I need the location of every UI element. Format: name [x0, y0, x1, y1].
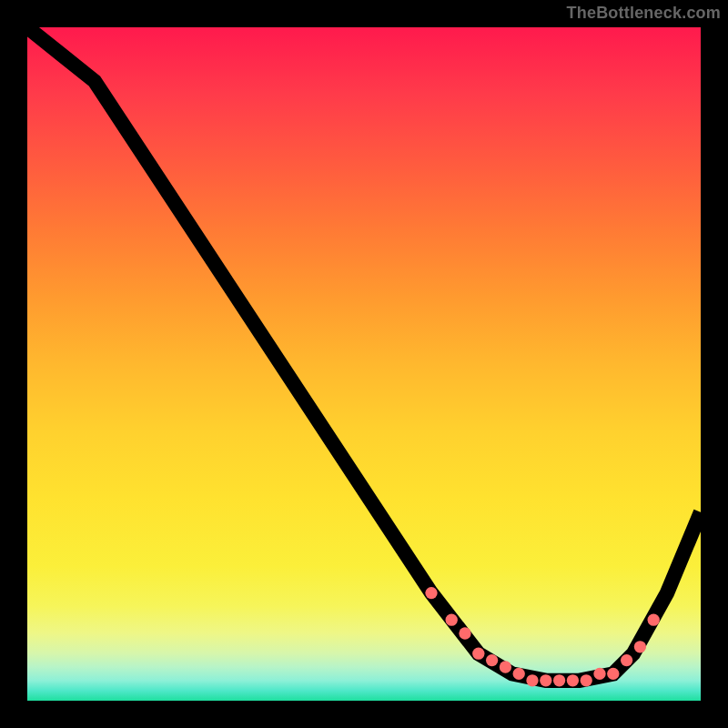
watermark-text: TheBottleneck.com	[567, 4, 721, 23]
curve-marker	[634, 641, 646, 652]
curve-marker	[593, 668, 605, 680]
curve-marker	[607, 668, 619, 680]
curve-marker	[472, 648, 484, 660]
curve-marker	[526, 674, 538, 686]
curve-marker	[567, 674, 579, 686]
curve-line	[27, 27, 701, 681]
curve-marker	[553, 674, 565, 686]
curve-marker	[581, 674, 592, 686]
curve-marker	[425, 587, 437, 599]
curve-marker	[648, 614, 660, 626]
curve-marker	[500, 661, 511, 672]
curve-marker	[446, 614, 458, 626]
chart-svg	[27, 27, 701, 701]
curve-marker	[513, 668, 525, 680]
curve-marker	[459, 627, 470, 639]
curve-marker	[540, 674, 551, 686]
plot-area	[27, 27, 701, 701]
curve-marker	[621, 654, 632, 666]
chart-frame: TheBottleneck.com	[0, 0, 728, 728]
curve-marker	[486, 654, 498, 666]
